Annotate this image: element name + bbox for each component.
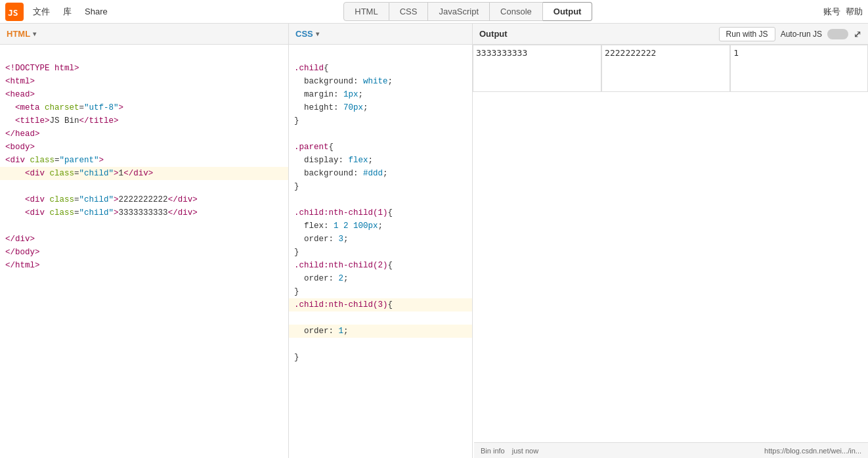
help-link[interactable]: 帮助 [846,6,863,18]
output-child-3: 3333333333 [473,45,601,91]
css-dropdown-arrow[interactable]: ▾ [316,30,319,37]
html-dropdown-arrow[interactable]: ▾ [33,30,36,37]
tab-group: HTML CSS JavaScript Console Output [116,2,821,21]
bin-url: https://blog.csdn.net/wei.../in... [764,447,861,455]
account-link[interactable]: 账号 [823,6,840,18]
menu-right: 账号 帮助 [823,6,863,18]
css-code-area[interactable]: .child{ background: white; margin: 1px; … [289,45,472,458]
tab-css[interactable]: CSS [389,2,429,21]
output-panel-label: Output [479,29,508,39]
html-panel-label: HTML [7,29,30,39]
output-child-2: 2222222222 [602,45,729,91]
bin-time: just now [512,447,538,455]
output-panel-header: Output Run with JS Auto-run JS ⤢ [473,24,868,45]
html-panel: HTML ▾ <!DOCTYPE html> <html> <head> <me… [0,24,289,458]
html-code-area[interactable]: <!DOCTYPE html> <html> <head> <meta char… [0,45,288,458]
run-with-js-button[interactable]: Run with JS [719,27,775,41]
output-area: 3333333333 2222222222 1 [473,45,868,458]
tab-console[interactable]: Console [490,2,543,21]
svg-text:JS: JS [8,8,18,18]
tab-output[interactable]: Output [543,2,593,21]
menu-file[interactable]: 文件 [28,3,55,20]
expand-icon[interactable]: ⤢ [854,29,861,39]
tab-html[interactable]: HTML [343,2,389,21]
bin-info-label: Bin info [481,447,505,455]
html-panel-header: HTML ▾ [0,24,288,45]
css-panel-header: CSS ▾ [289,24,472,45]
menu-bar: JS 文件 库 Share HTML CSS JavaScript Consol… [0,0,868,24]
menu-share[interactable]: Share [79,4,113,19]
autorun-toggle[interactable] [827,29,848,39]
css-panel: CSS ▾ .child{ background: white; margin:… [289,24,473,458]
output-actions: Run with JS Auto-run JS ⤢ [719,27,861,41]
panels: HTML ▾ <!DOCTYPE html> <html> <head> <me… [0,24,868,458]
css-panel-label: CSS [295,29,313,39]
logo: JS [5,3,24,21]
bin-info: Bin info just now [481,447,538,455]
output-child-1: 1 [731,45,867,91]
bottom-bar: Bin info just now https://blog.csdn.net/… [474,442,868,458]
tab-javascript[interactable]: JavaScript [428,2,490,21]
autorun-label: Auto-run JS [781,30,822,39]
output-panel: Output Run with JS Auto-run JS ⤢ 3333333… [473,24,868,458]
menu-lib[interactable]: 库 [58,3,77,20]
